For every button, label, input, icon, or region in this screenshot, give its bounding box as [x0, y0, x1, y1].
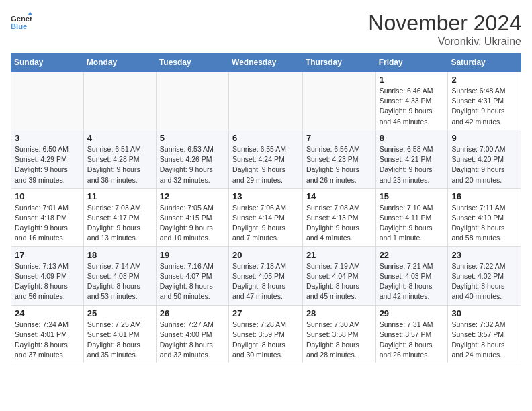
day-number: 1	[380, 75, 445, 85]
calendar-body: 1Sunrise: 6:46 AM Sunset: 4:33 PM Daylig…	[11, 72, 521, 363]
calendar-cell: 10Sunrise: 7:01 AM Sunset: 4:18 PM Dayli…	[11, 188, 84, 246]
day-info: Sunrise: 7:30 AM Sunset: 3:58 PM Dayligh…	[306, 320, 372, 361]
calendar-cell: 30Sunrise: 7:32 AM Sunset: 3:57 PM Dayli…	[448, 305, 521, 363]
day-number: 16	[451, 191, 517, 201]
calendar-week-row: 10Sunrise: 7:01 AM Sunset: 4:18 PM Dayli…	[11, 188, 521, 246]
calendar-cell	[302, 72, 375, 130]
calendar-day-header: Tuesday	[156, 54, 228, 72]
day-number: 9	[451, 133, 517, 143]
svg-marker-2	[28, 12, 32, 15]
title-block: November 2024 Voronkiv, Ukraine	[368, 11, 521, 48]
day-info: Sunrise: 6:56 AM Sunset: 4:23 PM Dayligh…	[306, 144, 372, 185]
day-info: Sunrise: 7:05 AM Sunset: 4:15 PM Dayligh…	[160, 203, 225, 244]
calendar-day-header: Sunday	[11, 54, 84, 72]
day-info: Sunrise: 7:14 AM Sunset: 4:08 PM Dayligh…	[87, 261, 152, 302]
day-number: 29	[380, 308, 445, 318]
day-number: 13	[232, 191, 299, 201]
day-number: 8	[380, 133, 445, 143]
calendar-cell: 8Sunrise: 6:58 AM Sunset: 4:21 PM Daylig…	[375, 130, 448, 188]
day-number: 15	[380, 191, 445, 201]
day-number: 22	[380, 250, 445, 260]
calendar-week-row: 17Sunrise: 7:13 AM Sunset: 4:09 PM Dayli…	[11, 246, 521, 305]
day-number: 5	[160, 133, 225, 143]
calendar-cell: 15Sunrise: 7:10 AM Sunset: 4:11 PM Dayli…	[375, 188, 448, 246]
calendar-cell: 16Sunrise: 7:11 AM Sunset: 4:10 PM Dayli…	[448, 188, 521, 246]
calendar-cell: 21Sunrise: 7:19 AM Sunset: 4:04 PM Dayli…	[302, 246, 375, 305]
calendar-cell: 25Sunrise: 7:25 AM Sunset: 4:01 PM Dayli…	[83, 305, 156, 363]
calendar-cell	[156, 72, 228, 130]
day-info: Sunrise: 7:11 AM Sunset: 4:10 PM Dayligh…	[451, 203, 517, 244]
day-number: 17	[15, 250, 80, 260]
day-number: 4	[87, 133, 152, 143]
calendar-cell: 29Sunrise: 7:31 AM Sunset: 3:57 PM Dayli…	[375, 305, 448, 363]
logo-icon: General Blue	[11, 11, 32, 32]
day-info: Sunrise: 7:03 AM Sunset: 4:17 PM Dayligh…	[87, 203, 152, 244]
calendar-cell: 3Sunrise: 6:50 AM Sunset: 4:29 PM Daylig…	[11, 130, 84, 188]
day-info: Sunrise: 6:46 AM Sunset: 4:33 PM Dayligh…	[380, 86, 445, 127]
day-info: Sunrise: 7:21 AM Sunset: 4:03 PM Dayligh…	[380, 261, 445, 302]
day-number: 30	[451, 308, 517, 318]
day-number: 27	[232, 308, 299, 318]
calendar-cell: 11Sunrise: 7:03 AM Sunset: 4:17 PM Dayli…	[83, 188, 156, 246]
day-info: Sunrise: 7:01 AM Sunset: 4:18 PM Dayligh…	[15, 203, 80, 244]
day-info: Sunrise: 7:28 AM Sunset: 3:59 PM Dayligh…	[232, 320, 299, 361]
day-info: Sunrise: 7:24 AM Sunset: 4:01 PM Dayligh…	[15, 320, 80, 361]
calendar-cell: 22Sunrise: 7:21 AM Sunset: 4:03 PM Dayli…	[375, 246, 448, 305]
month-title: November 2024	[368, 11, 521, 36]
day-info: Sunrise: 7:22 AM Sunset: 4:02 PM Dayligh…	[451, 261, 517, 302]
calendar-cell: 12Sunrise: 7:05 AM Sunset: 4:15 PM Dayli…	[156, 188, 228, 246]
day-info: Sunrise: 7:19 AM Sunset: 4:04 PM Dayligh…	[306, 261, 372, 302]
day-info: Sunrise: 7:27 AM Sunset: 4:00 PM Dayligh…	[160, 320, 225, 361]
day-info: Sunrise: 7:08 AM Sunset: 4:13 PM Dayligh…	[306, 203, 372, 244]
calendar-cell: 20Sunrise: 7:18 AM Sunset: 4:05 PM Dayli…	[229, 246, 303, 305]
calendar-day-header: Saturday	[448, 54, 521, 72]
calendar-header-row: SundayMondayTuesdayWednesdayThursdayFrid…	[11, 54, 521, 72]
calendar-cell: 28Sunrise: 7:30 AM Sunset: 3:58 PM Dayli…	[302, 305, 375, 363]
day-number: 18	[87, 250, 152, 260]
calendar-week-row: 1Sunrise: 6:46 AM Sunset: 4:33 PM Daylig…	[11, 72, 521, 130]
svg-text:General: General	[11, 15, 32, 23]
day-number: 28	[306, 308, 372, 318]
day-info: Sunrise: 7:31 AM Sunset: 3:57 PM Dayligh…	[380, 320, 445, 361]
day-info: Sunrise: 6:50 AM Sunset: 4:29 PM Dayligh…	[15, 144, 80, 185]
day-info: Sunrise: 7:32 AM Sunset: 3:57 PM Dayligh…	[451, 320, 517, 361]
calendar-day-header: Thursday	[302, 54, 375, 72]
calendar-table: SundayMondayTuesdayWednesdayThursdayFrid…	[11, 53, 521, 363]
day-number: 26	[160, 308, 225, 318]
day-number: 11	[87, 191, 152, 201]
day-number: 25	[87, 308, 152, 318]
day-number: 24	[15, 308, 80, 318]
calendar-cell: 19Sunrise: 7:16 AM Sunset: 4:07 PM Dayli…	[156, 246, 228, 305]
calendar-cell: 4Sunrise: 6:51 AM Sunset: 4:28 PM Daylig…	[83, 130, 156, 188]
calendar-cell: 1Sunrise: 6:46 AM Sunset: 4:33 PM Daylig…	[375, 72, 448, 130]
day-info: Sunrise: 7:06 AM Sunset: 4:14 PM Dayligh…	[232, 203, 299, 244]
calendar-cell	[229, 72, 303, 130]
calendar-cell	[11, 72, 84, 130]
calendar-week-row: 3Sunrise: 6:50 AM Sunset: 4:29 PM Daylig…	[11, 130, 521, 188]
calendar-day-header: Monday	[83, 54, 156, 72]
calendar-cell: 14Sunrise: 7:08 AM Sunset: 4:13 PM Dayli…	[302, 188, 375, 246]
calendar-cell: 27Sunrise: 7:28 AM Sunset: 3:59 PM Dayli…	[229, 305, 303, 363]
day-info: Sunrise: 7:25 AM Sunset: 4:01 PM Dayligh…	[87, 320, 152, 361]
calendar-cell: 13Sunrise: 7:06 AM Sunset: 4:14 PM Dayli…	[229, 188, 303, 246]
day-number: 6	[232, 133, 299, 143]
calendar-cell: 26Sunrise: 7:27 AM Sunset: 4:00 PM Dayli…	[156, 305, 228, 363]
calendar-day-header: Friday	[375, 54, 448, 72]
day-info: Sunrise: 6:51 AM Sunset: 4:28 PM Dayligh…	[87, 144, 152, 185]
day-number: 10	[15, 191, 80, 201]
day-info: Sunrise: 6:55 AM Sunset: 4:24 PM Dayligh…	[232, 144, 299, 185]
day-number: 2	[451, 75, 517, 85]
page-header: General Blue November 2024 Voronkiv, Ukr…	[11, 11, 521, 48]
calendar-week-row: 24Sunrise: 7:24 AM Sunset: 4:01 PM Dayli…	[11, 305, 521, 363]
day-number: 14	[306, 191, 372, 201]
day-info: Sunrise: 6:48 AM Sunset: 4:31 PM Dayligh…	[451, 86, 517, 127]
day-info: Sunrise: 6:58 AM Sunset: 4:21 PM Dayligh…	[380, 144, 445, 185]
calendar-cell	[83, 72, 156, 130]
day-info: Sunrise: 6:53 AM Sunset: 4:26 PM Dayligh…	[160, 144, 225, 185]
day-info: Sunrise: 7:13 AM Sunset: 4:09 PM Dayligh…	[15, 261, 80, 302]
day-number: 3	[15, 133, 80, 143]
calendar-cell: 17Sunrise: 7:13 AM Sunset: 4:09 PM Dayli…	[11, 246, 84, 305]
calendar-cell: 9Sunrise: 7:00 AM Sunset: 4:20 PM Daylig…	[448, 130, 521, 188]
day-number: 21	[306, 250, 372, 260]
calendar-cell: 5Sunrise: 6:53 AM Sunset: 4:26 PM Daylig…	[156, 130, 228, 188]
